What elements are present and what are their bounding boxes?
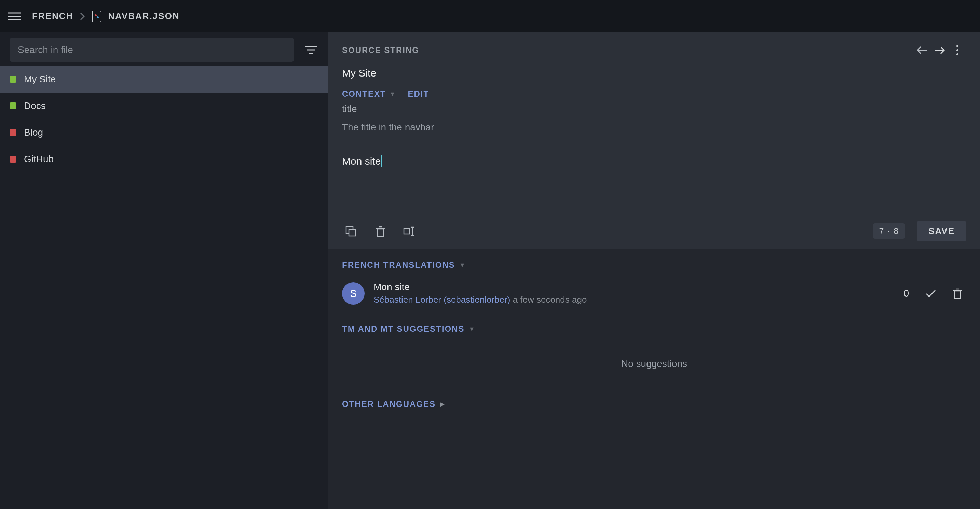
approve-button[interactable] (922, 285, 940, 302)
other-languages-header[interactable]: OTHER LANGUAGES ▶ (328, 388, 980, 414)
string-list: My Site Docs Blog GitHub (0, 66, 328, 172)
source-section-label: SOURCE STRING (342, 45, 419, 55)
avatar: S (342, 282, 364, 305)
translations-header[interactable]: FRENCH TRANSLATIONS ▼ (328, 250, 980, 275)
svg-point-5 (97, 16, 99, 18)
sidebar: My Site Docs Blog GitHub (0, 32, 328, 509)
main-area: My Site Docs Blog GitHub SOURCE STRING (0, 32, 980, 509)
string-item-label: Blog (24, 127, 43, 138)
chevron-down-icon: ▼ (390, 91, 396, 98)
vote-count: 0 (904, 288, 909, 299)
svg-point-4 (95, 14, 97, 16)
source-header: SOURCE STRING (328, 32, 980, 59)
context-label-text: CONTEXT (342, 89, 386, 99)
prev-string-button[interactable] (913, 41, 931, 59)
tm-mt-header[interactable]: TM AND MT SUGGESTIONS ▼ (328, 313, 980, 339)
string-item-my-site[interactable]: My Site (0, 66, 328, 92)
other-languages-header-label: OTHER LANGUAGES (342, 399, 436, 409)
svg-rect-16 (377, 229, 383, 236)
context-header: CONTEXT ▼ EDIT (328, 89, 980, 99)
string-item-docs[interactable]: Docs (0, 92, 328, 119)
svg-rect-3 (92, 11, 101, 22)
svg-point-13 (956, 53, 958, 55)
top-bar: FRENCH NAVBAR.JSON (0, 0, 980, 32)
context-description: The title in the navbar (328, 115, 980, 145)
filter-icon (304, 45, 317, 55)
text-tools-button[interactable] (401, 223, 418, 240)
string-item-blog[interactable]: Blog (0, 119, 328, 146)
check-icon (925, 289, 937, 298)
file-json-icon (92, 10, 102, 22)
source-string-text: My Site (328, 59, 980, 89)
tm-mt-header-label: TM AND MT SUGGESTIONS (342, 324, 465, 334)
chevron-down-icon: ▼ (459, 262, 465, 269)
string-item-github[interactable]: GitHub (0, 146, 328, 172)
dots-vertical-icon (956, 45, 959, 56)
svg-point-12 (956, 49, 958, 51)
translation-input-text: Mon site (342, 156, 382, 167)
translation-entry[interactable]: S Mon site Sébastien Lorber (sebastienlo… (328, 275, 980, 313)
status-dot-icon (10, 156, 16, 162)
translation-time-value: a few seconds ago (513, 294, 587, 305)
clear-button[interactable] (371, 223, 389, 240)
status-dot-icon (10, 129, 16, 136)
delete-translation-button[interactable] (948, 285, 966, 302)
translation-user-link[interactable]: Sébastien Lorber (sebastienlorber) (374, 294, 510, 305)
content-panel: SOURCE STRING My Site CONTEXT ▼ EDIT tit… (328, 32, 980, 509)
status-dot-icon (10, 102, 16, 109)
breadcrumb-file[interactable]: NAVBAR.JSON (108, 11, 180, 22)
translations-header-label: FRENCH TRANSLATIONS (342, 260, 455, 270)
more-options-button[interactable] (948, 41, 966, 59)
translation-body: Mon site Sébastien Lorber (sebastienlorb… (374, 282, 894, 305)
chevron-down-icon: ▼ (468, 326, 475, 333)
translation-input[interactable]: Mon site (342, 156, 966, 217)
editor-toolbar: 7 · 8 SAVE (328, 219, 980, 250)
string-item-label: Docs (24, 100, 46, 111)
breadcrumb-language[interactable]: FRENCH (32, 11, 73, 22)
status-dot-icon (10, 76, 16, 83)
lower-panels: FRENCH TRANSLATIONS ▼ S Mon site Sébasti… (328, 250, 980, 509)
no-suggestions-text: No suggestions (328, 339, 980, 388)
context-edit-button[interactable]: EDIT (408, 89, 430, 99)
svg-rect-15 (349, 229, 356, 236)
translation-text: Mon site (374, 282, 894, 293)
context-label[interactable]: CONTEXT ▼ (342, 89, 396, 99)
trash-icon (375, 226, 385, 237)
arrow-right-icon (934, 45, 945, 55)
context-key: title (328, 99, 980, 115)
copy-source-button[interactable] (342, 223, 360, 240)
chevron-right-icon: ▶ (440, 400, 445, 408)
arrow-left-icon (916, 45, 928, 55)
string-item-label: My Site (24, 74, 56, 85)
search-input[interactable] (10, 38, 294, 62)
chevron-right-icon (79, 12, 86, 21)
translation-meta: Sébastien Lorber (sebastienlorber) a few… (374, 294, 894, 305)
svg-point-11 (956, 45, 958, 47)
char-count-badge: 7 · 8 (873, 223, 905, 239)
text-cursor-icon (403, 226, 416, 237)
translation-editor[interactable]: Mon site (328, 145, 980, 219)
svg-rect-23 (955, 291, 961, 299)
svg-rect-19 (404, 229, 409, 234)
trash-icon (952, 288, 963, 299)
menu-button[interactable] (7, 9, 22, 24)
save-button[interactable]: SAVE (917, 221, 966, 241)
next-string-button[interactable] (931, 41, 948, 59)
hamburger-icon (8, 12, 21, 21)
breadcrumb: FRENCH NAVBAR.JSON (32, 10, 180, 22)
filter-button[interactable] (301, 40, 321, 60)
string-item-label: GitHub (24, 154, 54, 165)
search-row (0, 32, 328, 66)
copy-icon (345, 225, 357, 237)
